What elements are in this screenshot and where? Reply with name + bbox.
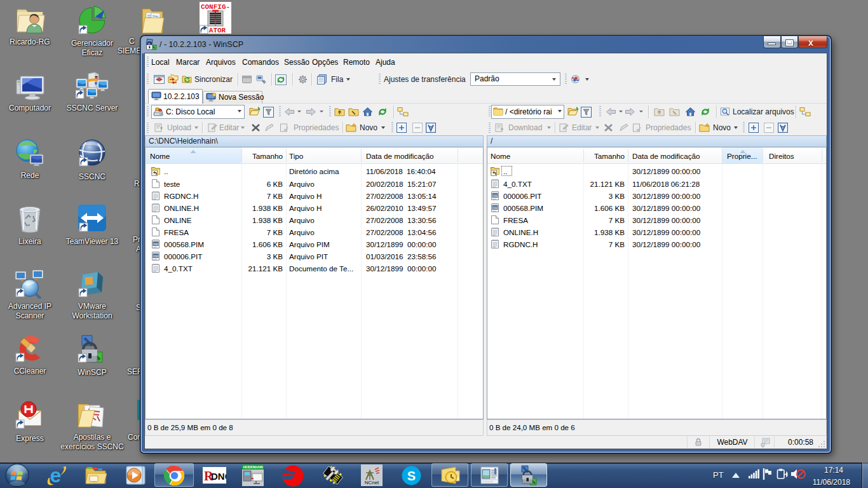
svg-text:e: e (50, 464, 62, 487)
svg-text:CONFIG-: CONFIG- (201, 3, 230, 11)
svg-text:S: S (407, 469, 416, 483)
svg-text:HEIDENHAIN: HEIDENHAIN (243, 465, 263, 469)
svg-text:NCnet: NCnet (365, 480, 379, 485)
svg-text:DNC: DNC (211, 471, 226, 482)
svg-text:ATOR: ATOR (209, 27, 226, 34)
